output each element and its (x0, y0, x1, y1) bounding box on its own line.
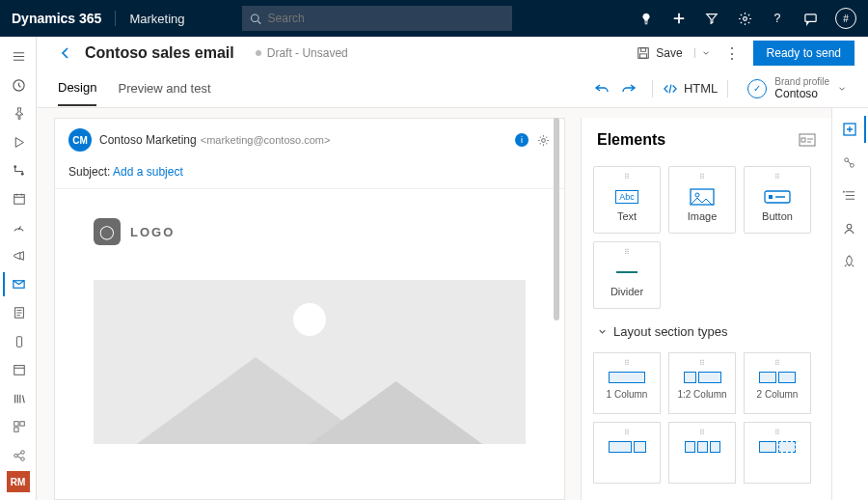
journey-icon[interactable] (3, 158, 34, 182)
form-icon[interactable] (3, 300, 34, 324)
sender-email: <marketing@contoso.com> (201, 134, 331, 146)
chevron-down-icon (597, 326, 608, 337)
logo-placeholder-icon: ◯ (94, 218, 121, 245)
svg-rect-21 (640, 54, 647, 58)
calendar2-icon[interactable] (3, 357, 34, 381)
layout-custom-column[interactable]: ⠿ (744, 422, 811, 484)
command-bar: Contoso sales email Draft - Unsaved Save… (37, 37, 868, 69)
ready-to-send-button[interactable]: Ready to send (753, 41, 854, 66)
elements-panel: Elements ⠿ Abc Text ⠿ Image ⠿ Button (581, 118, 831, 500)
right-property-rail (831, 108, 868, 500)
image-placeholder[interactable] (94, 280, 526, 444)
layout-2-column[interactable]: ⠿ 2 Column (744, 352, 811, 414)
svg-point-18 (20, 457, 24, 460)
page-title: Contoso sales email (85, 44, 234, 62)
svg-point-36 (847, 224, 852, 229)
list-icon[interactable] (835, 181, 866, 208)
user-badge[interactable]: RM (7, 471, 30, 492)
svg-rect-26 (801, 138, 805, 142)
tab-preview[interactable]: Preview and test (118, 71, 210, 105)
redo-button[interactable] (621, 81, 637, 97)
pinned-icon[interactable] (3, 101, 34, 125)
svg-marker-24 (310, 381, 482, 444)
svg-rect-15 (14, 428, 17, 431)
user-avatar[interactable]: # (835, 8, 856, 29)
html-button[interactable]: HTML (663, 81, 718, 96)
check-badge-icon: ✓ (747, 79, 767, 98)
svg-rect-4 (804, 14, 815, 21)
save-button[interactable]: Save (637, 46, 710, 60)
speedometer-icon[interactable] (3, 215, 34, 239)
search-input[interactable] (268, 12, 505, 25)
brand-label[interactable]: Dynamics 365 (12, 11, 101, 26)
hamburger-icon[interactable] (3, 44, 34, 69)
global-search[interactable] (242, 6, 512, 31)
element-divider[interactable]: ⠿ Divider (593, 241, 661, 309)
recent-icon[interactable] (3, 72, 34, 97)
logo-text: LOGO (130, 225, 175, 239)
chat-icon[interactable] (802, 11, 818, 26)
svg-rect-20 (641, 48, 646, 52)
global-topbar: Dynamics 365 Marketing ? # (0, 0, 868, 37)
element-image[interactable]: ⠿ Image (668, 166, 736, 234)
info-icon[interactable]: i (515, 133, 529, 147)
play-icon[interactable] (3, 129, 34, 153)
chevron-down-icon[interactable] (694, 48, 711, 58)
topbar-actions: ? # (638, 8, 856, 29)
link-icon[interactable] (835, 149, 866, 176)
help-icon[interactable]: ? (770, 11, 785, 26)
email-canvas[interactable]: CM Contoso Marketing <marketing@contoso.… (54, 118, 565, 500)
gear-icon[interactable] (536, 133, 551, 148)
svg-point-17 (20, 450, 24, 454)
svg-rect-12 (14, 366, 24, 375)
app-name[interactable]: Marketing (129, 12, 184, 26)
canvas-body[interactable]: ◯ LOGO (55, 189, 564, 473)
device-icon[interactable] (3, 329, 34, 353)
library-icon[interactable] (3, 386, 34, 410)
svg-rect-30 (769, 195, 773, 199)
panel-title: Elements (582, 118, 831, 156)
main-area: Contoso sales email Draft - Unsaved Save… (37, 37, 868, 500)
plus-icon[interactable] (671, 11, 687, 26)
element-button[interactable]: ⠿ Button (744, 166, 811, 234)
sender-name: Contoso Marketing (99, 133, 197, 147)
svg-rect-11 (16, 336, 21, 347)
gear-icon[interactable] (737, 11, 752, 26)
add-subject-link[interactable]: Add a subject (113, 165, 183, 179)
filter-icon[interactable] (704, 11, 719, 26)
template-icon[interactable] (3, 414, 34, 438)
logo-block[interactable]: ◯ LOGO (94, 218, 526, 245)
back-button[interactable] (58, 45, 73, 61)
svg-rect-14 (19, 422, 23, 426)
id-card-icon[interactable] (799, 133, 816, 147)
calendar-icon[interactable] (3, 186, 34, 210)
svg-point-0 (252, 14, 259, 21)
svg-line-1 (258, 20, 261, 23)
layout-2-1-column[interactable]: ⠿ (593, 422, 661, 484)
megaphone-icon[interactable] (3, 243, 34, 267)
lightbulb-icon[interactable] (638, 11, 654, 26)
svg-point-2 (743, 16, 746, 20)
undo-button[interactable] (594, 81, 610, 97)
element-text[interactable]: ⠿ Abc Text (593, 166, 661, 234)
more-menu[interactable]: ⋮ (724, 44, 740, 63)
divider (115, 11, 116, 26)
layout-1-column[interactable]: ⠿ 1 Column (593, 352, 661, 414)
svg-point-33 (845, 157, 849, 161)
canvas-scrollbar[interactable] (554, 118, 559, 320)
tab-design[interactable]: Design (58, 70, 96, 106)
layout-sections-header[interactable]: Layout section types (582, 313, 831, 343)
left-nav-rail: RM (0, 37, 37, 500)
code-icon (663, 82, 678, 96)
share-icon[interactable] (3, 443, 34, 467)
layout-1-2-column[interactable]: ⠿ 1:2 Column (668, 352, 736, 414)
layout-3-column[interactable]: ⠿ (668, 422, 736, 484)
view-tabs: Design Preview and test HTML ✓ Brand pro… (37, 69, 868, 108)
svg-rect-13 (14, 422, 17, 426)
mail-icon[interactable] (3, 272, 34, 296)
personalize-icon[interactable] (835, 214, 866, 241)
add-element-icon[interactable] (835, 116, 866, 143)
svg-text:?: ? (774, 12, 781, 25)
rocket-icon[interactable] (835, 247, 866, 274)
brand-profile-picker[interactable]: ✓ Brand profile Contoso (747, 76, 847, 100)
